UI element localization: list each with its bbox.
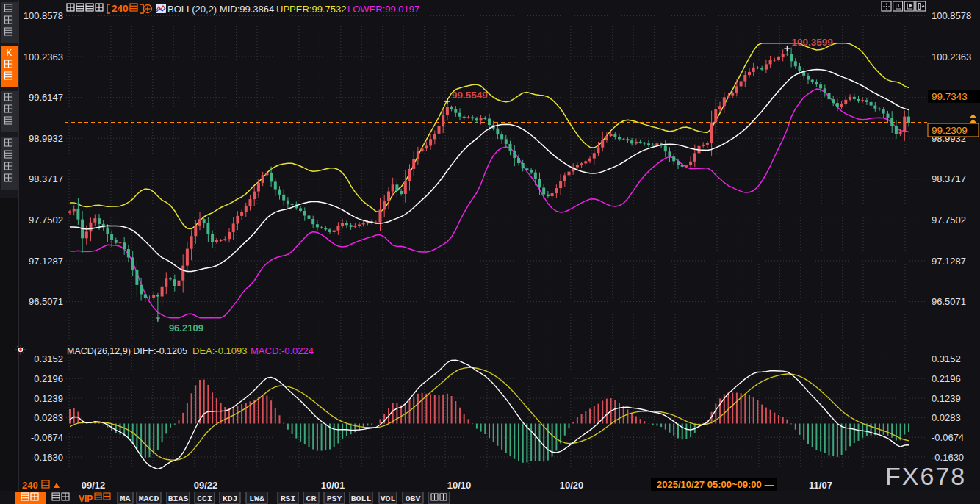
svg-text:98.9932: 98.9932 <box>29 133 63 144</box>
svg-text:K: K <box>6 48 12 58</box>
svg-text:VOL: VOL <box>381 494 396 503</box>
svg-text:BOLL: BOLL <box>351 494 372 503</box>
svg-text:240: 240 <box>22 480 38 491</box>
svg-text:DEA:-0.1093: DEA:-0.1093 <box>192 345 247 356</box>
svg-text:99.2309: 99.2309 <box>932 125 968 136</box>
svg-text:98.3717: 98.3717 <box>932 173 966 184</box>
svg-text:100.2363: 100.2363 <box>24 51 63 62</box>
svg-text:0.2196: 0.2196 <box>34 373 63 384</box>
svg-text:CCI: CCI <box>197 494 212 503</box>
svg-text:LW&: LW& <box>249 494 264 503</box>
svg-text:VIP: VIP <box>79 494 93 504</box>
svg-text:98.3717: 98.3717 <box>29 173 63 184</box>
svg-text:96.2109: 96.2109 <box>169 323 203 334</box>
svg-text:0.2196: 0.2196 <box>932 373 961 384</box>
svg-text:MACD:-0.0224: MACD:-0.0224 <box>251 345 314 356</box>
svg-text:0.0283: 0.0283 <box>932 412 961 423</box>
svg-text:100.2363: 100.2363 <box>932 51 971 62</box>
svg-text:RSI: RSI <box>281 494 296 503</box>
svg-text:09/12: 09/12 <box>82 480 106 491</box>
svg-text:11/07: 11/07 <box>809 480 832 491</box>
svg-text:10/01: 10/01 <box>321 480 345 491</box>
svg-text:100.3599: 100.3599 <box>791 37 832 48</box>
svg-text:-0.0674: -0.0674 <box>932 432 964 443</box>
svg-text:10/20: 10/20 <box>560 480 584 491</box>
svg-text:97.1287: 97.1287 <box>932 256 966 267</box>
svg-text:UPPER:99.7532: UPPER:99.7532 <box>276 4 346 15</box>
svg-text:100.8578: 100.8578 <box>932 10 971 21</box>
svg-text:BIAS: BIAS <box>168 494 189 503</box>
svg-text:MACD: MACD <box>139 494 159 503</box>
svg-text:0.1239: 0.1239 <box>932 393 961 404</box>
svg-text:LOWER:99.0197: LOWER:99.0197 <box>347 4 419 15</box>
svg-text:100.8578: 100.8578 <box>24 10 63 21</box>
svg-text:0.0283: 0.0283 <box>34 412 63 423</box>
svg-text:MACD(26,12,9) DIFF:-0.1205: MACD(26,12,9) DIFF:-0.1205 <box>67 346 187 356</box>
svg-text:99.5549: 99.5549 <box>452 90 488 101</box>
svg-text:96.5071: 96.5071 <box>932 296 966 307</box>
svg-text:2025/10/27 05:00~09:00 —: 2025/10/27 05:00~09:00 — <box>657 479 774 490</box>
svg-text:99.7343: 99.7343 <box>932 91 968 102</box>
svg-text:97.1287: 97.1287 <box>29 256 63 267</box>
svg-text:-0.1630: -0.1630 <box>31 452 63 463</box>
svg-text:97.7502: 97.7502 <box>29 215 63 226</box>
svg-text:0.1239: 0.1239 <box>34 393 63 404</box>
svg-text:10/10: 10/10 <box>447 480 472 491</box>
svg-text:-0.1630: -0.1630 <box>932 452 964 463</box>
svg-text:09/22: 09/22 <box>194 480 218 491</box>
svg-text:0.3152: 0.3152 <box>932 353 961 364</box>
svg-text:BOLL(20,2) MID:99.3864: BOLL(20,2) MID:99.3864 <box>167 4 274 15</box>
svg-text:KDJ: KDJ <box>223 494 238 503</box>
svg-text:97.7502: 97.7502 <box>932 215 966 226</box>
svg-text:MA: MA <box>120 494 131 503</box>
svg-text:OBV: OBV <box>406 494 421 503</box>
svg-text:-0.0674: -0.0674 <box>31 432 63 443</box>
svg-text:99.6147: 99.6147 <box>29 92 63 103</box>
svg-text:96.5071: 96.5071 <box>29 296 63 307</box>
svg-text:PSY: PSY <box>327 494 342 503</box>
svg-text:FX678: FX678 <box>885 462 966 490</box>
svg-text:0.3152: 0.3152 <box>34 353 63 364</box>
svg-text:CR: CR <box>306 494 317 503</box>
svg-text:240: 240 <box>112 3 129 14</box>
